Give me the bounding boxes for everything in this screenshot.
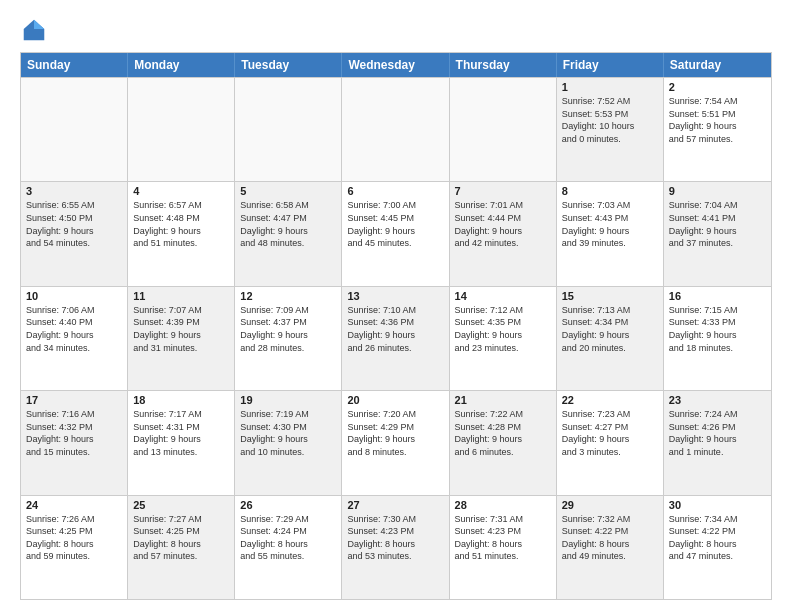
day-number: 13	[347, 290, 443, 302]
cell-sun-info: Sunrise: 7:07 AM Sunset: 4:39 PM Dayligh…	[133, 304, 229, 354]
cell-sun-info: Sunrise: 7:26 AM Sunset: 4:25 PM Dayligh…	[26, 513, 122, 563]
cell-sun-info: Sunrise: 7:16 AM Sunset: 4:32 PM Dayligh…	[26, 408, 122, 458]
cell-sun-info: Sunrise: 7:32 AM Sunset: 4:22 PM Dayligh…	[562, 513, 658, 563]
calendar-cell-day-25: 25Sunrise: 7:27 AM Sunset: 4:25 PM Dayli…	[128, 496, 235, 599]
calendar-cell-day-12: 12Sunrise: 7:09 AM Sunset: 4:37 PM Dayli…	[235, 287, 342, 390]
day-number: 25	[133, 499, 229, 511]
day-number: 24	[26, 499, 122, 511]
day-number: 10	[26, 290, 122, 302]
day-number: 15	[562, 290, 658, 302]
calendar-cell-day-18: 18Sunrise: 7:17 AM Sunset: 4:31 PM Dayli…	[128, 391, 235, 494]
calendar-row-5: 24Sunrise: 7:26 AM Sunset: 4:25 PM Dayli…	[21, 495, 771, 599]
day-number: 29	[562, 499, 658, 511]
header-day-tuesday: Tuesday	[235, 53, 342, 77]
cell-sun-info: Sunrise: 7:00 AM Sunset: 4:45 PM Dayligh…	[347, 199, 443, 249]
cell-sun-info: Sunrise: 7:04 AM Sunset: 4:41 PM Dayligh…	[669, 199, 766, 249]
cell-sun-info: Sunrise: 7:09 AM Sunset: 4:37 PM Dayligh…	[240, 304, 336, 354]
calendar-cell-day-21: 21Sunrise: 7:22 AM Sunset: 4:28 PM Dayli…	[450, 391, 557, 494]
cell-sun-info: Sunrise: 7:17 AM Sunset: 4:31 PM Dayligh…	[133, 408, 229, 458]
calendar-cell-day-1: 1Sunrise: 7:52 AM Sunset: 5:53 PM Daylig…	[557, 78, 664, 181]
cell-sun-info: Sunrise: 7:13 AM Sunset: 4:34 PM Dayligh…	[562, 304, 658, 354]
calendar-cell-day-22: 22Sunrise: 7:23 AM Sunset: 4:27 PM Dayli…	[557, 391, 664, 494]
calendar-cell-day-2: 2Sunrise: 7:54 AM Sunset: 5:51 PM Daylig…	[664, 78, 771, 181]
cell-sun-info: Sunrise: 7:12 AM Sunset: 4:35 PM Dayligh…	[455, 304, 551, 354]
header	[20, 16, 772, 44]
day-number: 2	[669, 81, 766, 93]
calendar-header: SundayMondayTuesdayWednesdayThursdayFrid…	[21, 53, 771, 77]
calendar-cell-day-27: 27Sunrise: 7:30 AM Sunset: 4:23 PM Dayli…	[342, 496, 449, 599]
day-number: 20	[347, 394, 443, 406]
calendar-cell-day-15: 15Sunrise: 7:13 AM Sunset: 4:34 PM Dayli…	[557, 287, 664, 390]
logo	[20, 16, 52, 44]
cell-sun-info: Sunrise: 7:10 AM Sunset: 4:36 PM Dayligh…	[347, 304, 443, 354]
calendar-row-2: 3Sunrise: 6:55 AM Sunset: 4:50 PM Daylig…	[21, 181, 771, 285]
day-number: 23	[669, 394, 766, 406]
calendar-cell-empty-0-0	[21, 78, 128, 181]
cell-sun-info: Sunrise: 7:34 AM Sunset: 4:22 PM Dayligh…	[669, 513, 766, 563]
day-number: 30	[669, 499, 766, 511]
day-number: 21	[455, 394, 551, 406]
cell-sun-info: Sunrise: 7:27 AM Sunset: 4:25 PM Dayligh…	[133, 513, 229, 563]
calendar-cell-day-3: 3Sunrise: 6:55 AM Sunset: 4:50 PM Daylig…	[21, 182, 128, 285]
day-number: 12	[240, 290, 336, 302]
day-number: 9	[669, 185, 766, 197]
header-day-monday: Monday	[128, 53, 235, 77]
header-day-friday: Friday	[557, 53, 664, 77]
calendar-row-3: 10Sunrise: 7:06 AM Sunset: 4:40 PM Dayli…	[21, 286, 771, 390]
cell-sun-info: Sunrise: 7:20 AM Sunset: 4:29 PM Dayligh…	[347, 408, 443, 458]
day-number: 27	[347, 499, 443, 511]
calendar-cell-day-19: 19Sunrise: 7:19 AM Sunset: 4:30 PM Dayli…	[235, 391, 342, 494]
day-number: 17	[26, 394, 122, 406]
cell-sun-info: Sunrise: 7:22 AM Sunset: 4:28 PM Dayligh…	[455, 408, 551, 458]
calendar-body: 1Sunrise: 7:52 AM Sunset: 5:53 PM Daylig…	[21, 77, 771, 599]
day-number: 16	[669, 290, 766, 302]
header-day-wednesday: Wednesday	[342, 53, 449, 77]
calendar-cell-day-16: 16Sunrise: 7:15 AM Sunset: 4:33 PM Dayli…	[664, 287, 771, 390]
cell-sun-info: Sunrise: 7:15 AM Sunset: 4:33 PM Dayligh…	[669, 304, 766, 354]
calendar-cell-day-26: 26Sunrise: 7:29 AM Sunset: 4:24 PM Dayli…	[235, 496, 342, 599]
cell-sun-info: Sunrise: 6:58 AM Sunset: 4:47 PM Dayligh…	[240, 199, 336, 249]
day-number: 7	[455, 185, 551, 197]
day-number: 6	[347, 185, 443, 197]
calendar-row-1: 1Sunrise: 7:52 AM Sunset: 5:53 PM Daylig…	[21, 77, 771, 181]
day-number: 18	[133, 394, 229, 406]
cell-sun-info: Sunrise: 7:52 AM Sunset: 5:53 PM Dayligh…	[562, 95, 658, 145]
calendar-cell-day-6: 6Sunrise: 7:00 AM Sunset: 4:45 PM Daylig…	[342, 182, 449, 285]
calendar-cell-day-29: 29Sunrise: 7:32 AM Sunset: 4:22 PM Dayli…	[557, 496, 664, 599]
day-number: 11	[133, 290, 229, 302]
day-number: 5	[240, 185, 336, 197]
calendar-cell-empty-0-2	[235, 78, 342, 181]
day-number: 4	[133, 185, 229, 197]
day-number: 3	[26, 185, 122, 197]
cell-sun-info: Sunrise: 7:54 AM Sunset: 5:51 PM Dayligh…	[669, 95, 766, 145]
day-number: 26	[240, 499, 336, 511]
calendar-cell-day-24: 24Sunrise: 7:26 AM Sunset: 4:25 PM Dayli…	[21, 496, 128, 599]
calendar-row-4: 17Sunrise: 7:16 AM Sunset: 4:32 PM Dayli…	[21, 390, 771, 494]
cell-sun-info: Sunrise: 7:06 AM Sunset: 4:40 PM Dayligh…	[26, 304, 122, 354]
calendar-cell-day-8: 8Sunrise: 7:03 AM Sunset: 4:43 PM Daylig…	[557, 182, 664, 285]
header-day-sunday: Sunday	[21, 53, 128, 77]
cell-sun-info: Sunrise: 7:30 AM Sunset: 4:23 PM Dayligh…	[347, 513, 443, 563]
day-number: 28	[455, 499, 551, 511]
cell-sun-info: Sunrise: 6:57 AM Sunset: 4:48 PM Dayligh…	[133, 199, 229, 249]
calendar-cell-day-5: 5Sunrise: 6:58 AM Sunset: 4:47 PM Daylig…	[235, 182, 342, 285]
calendar-cell-empty-0-3	[342, 78, 449, 181]
header-day-thursday: Thursday	[450, 53, 557, 77]
calendar-cell-day-23: 23Sunrise: 7:24 AM Sunset: 4:26 PM Dayli…	[664, 391, 771, 494]
calendar-cell-day-11: 11Sunrise: 7:07 AM Sunset: 4:39 PM Dayli…	[128, 287, 235, 390]
calendar-cell-day-13: 13Sunrise: 7:10 AM Sunset: 4:36 PM Dayli…	[342, 287, 449, 390]
calendar-cell-day-17: 17Sunrise: 7:16 AM Sunset: 4:32 PM Dayli…	[21, 391, 128, 494]
header-day-saturday: Saturday	[664, 53, 771, 77]
cell-sun-info: Sunrise: 7:29 AM Sunset: 4:24 PM Dayligh…	[240, 513, 336, 563]
calendar-cell-day-10: 10Sunrise: 7:06 AM Sunset: 4:40 PM Dayli…	[21, 287, 128, 390]
cell-sun-info: Sunrise: 7:03 AM Sunset: 4:43 PM Dayligh…	[562, 199, 658, 249]
calendar-cell-empty-0-4	[450, 78, 557, 181]
cell-sun-info: Sunrise: 6:55 AM Sunset: 4:50 PM Dayligh…	[26, 199, 122, 249]
cell-sun-info: Sunrise: 7:19 AM Sunset: 4:30 PM Dayligh…	[240, 408, 336, 458]
calendar-cell-day-4: 4Sunrise: 6:57 AM Sunset: 4:48 PM Daylig…	[128, 182, 235, 285]
cell-sun-info: Sunrise: 7:23 AM Sunset: 4:27 PM Dayligh…	[562, 408, 658, 458]
page: SundayMondayTuesdayWednesdayThursdayFrid…	[0, 0, 792, 612]
calendar-cell-day-30: 30Sunrise: 7:34 AM Sunset: 4:22 PM Dayli…	[664, 496, 771, 599]
day-number: 19	[240, 394, 336, 406]
calendar-cell-day-14: 14Sunrise: 7:12 AM Sunset: 4:35 PM Dayli…	[450, 287, 557, 390]
